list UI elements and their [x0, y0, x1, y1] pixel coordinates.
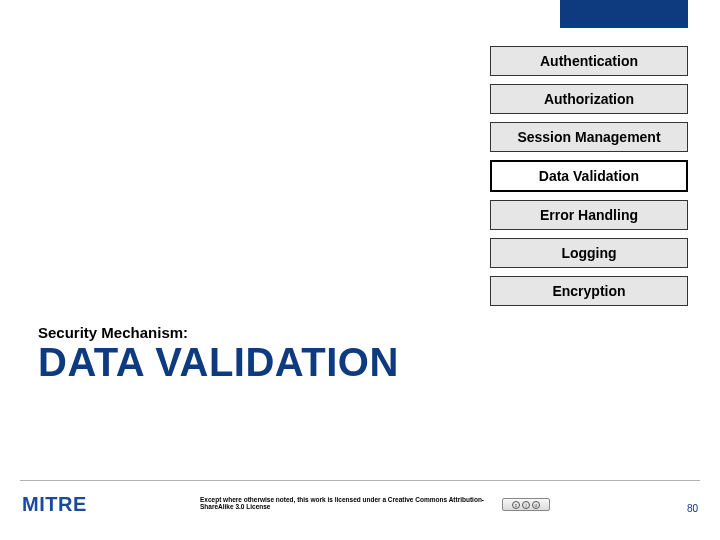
menu-item-authentication: Authentication — [490, 46, 688, 76]
page-title: DATA VALIDATION — [38, 340, 399, 385]
footer-divider — [20, 480, 700, 481]
menu-item-authorization: Authorization — [490, 84, 688, 114]
topic-menu: Authentication Authorization Session Man… — [490, 46, 688, 314]
menu-item-error-handling: Error Handling — [490, 200, 688, 230]
section-label: Security Mechanism: — [38, 324, 188, 341]
menu-item-logging: Logging — [490, 238, 688, 268]
cc-mark-icon: c — [512, 501, 520, 509]
mitre-logo: MITRE — [22, 493, 87, 516]
license-text: Except where otherwise noted, this work … — [200, 496, 500, 510]
page-number: 80 — [687, 503, 698, 514]
cc-sa-icon: o — [532, 501, 540, 509]
cc-by-icon: i — [522, 501, 530, 509]
cc-badge-icon: c i o — [502, 498, 550, 511]
menu-item-session-management: Session Management — [490, 122, 688, 152]
menu-item-data-validation: Data Validation — [490, 160, 688, 192]
header-accent-block — [560, 0, 688, 28]
slide: Authentication Authorization Session Man… — [0, 0, 720, 540]
menu-item-encryption: Encryption — [490, 276, 688, 306]
